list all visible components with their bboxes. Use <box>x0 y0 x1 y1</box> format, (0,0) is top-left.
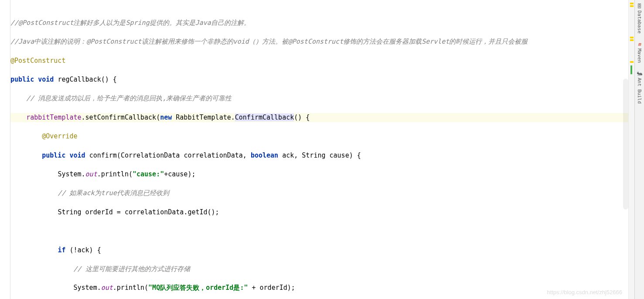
comment-line: //@PostConstruct注解好多人以为是Spring提供的。其实是Jav… <box>10 19 250 27</box>
tool-label: Database <box>637 10 642 34</box>
param: ack <box>282 151 294 159</box>
warning-marker[interactable] <box>630 39 634 41</box>
comment-line: // 这里可能要进行其他的方式进行存储 <box>74 265 190 273</box>
annotation: @PostConstruct <box>10 57 65 65</box>
method-call: setConfirmCallback <box>85 113 157 121</box>
tool-window-maven[interactable]: mMaven <box>636 40 643 65</box>
static-field: out <box>101 284 113 292</box>
marker-stripe[interactable] <box>628 0 634 299</box>
var-ref: correlationData <box>125 208 184 216</box>
param: correlationData <box>184 151 242 159</box>
warning-marker[interactable] <box>630 37 634 38</box>
keyword: public <box>10 76 34 83</box>
class-ref: System <box>74 284 97 292</box>
warning-marker[interactable] <box>630 5 634 7</box>
ant-icon: 🐜 <box>637 71 643 76</box>
method-call: println <box>101 170 129 178</box>
right-tool-stripe: 🗄Database mMaven 🐜Ant Build <box>634 0 644 299</box>
local-var: orderId <box>85 208 113 216</box>
code-editor[interactable]: //@PostConstruct注解好多人以为是Spring提供的。其实是Jav… <box>10 0 628 299</box>
tool-window-ant[interactable]: 🐜Ant Build <box>636 69 644 106</box>
warning-marker[interactable] <box>630 61 634 63</box>
changed-marker[interactable] <box>630 65 632 74</box>
keyword: if <box>58 246 65 254</box>
warning-marker[interactable] <box>630 3 634 4</box>
tool-window-database[interactable]: 🗄Database <box>636 2 643 35</box>
type-ref-highlighted: ConfirmCallback <box>235 113 294 121</box>
string-literal: "MQ队列应答失败，orderId是:" <box>148 284 248 292</box>
comment-line: // 如果ack为true代表消息已经收到 <box>58 189 169 197</box>
keyword: void <box>69 151 85 159</box>
keyword: new <box>160 113 172 121</box>
type-ref: String <box>58 208 81 216</box>
watermark-text: https://blog.csdn.net/zhj52666 <box>547 289 622 296</box>
tool-label: Ant Build <box>637 78 642 104</box>
tool-label: Maven <box>637 48 642 63</box>
class-ref: System <box>58 170 81 178</box>
static-field: out <box>85 170 97 178</box>
string-literal: "cause:" <box>133 170 164 178</box>
comment-line: // 消息发送成功以后，给予生产者的消息回执,来确保生产者的可靠性 <box>26 94 232 102</box>
annotation: @Override <box>42 132 77 140</box>
type-ref: String <box>302 151 325 159</box>
comment-line: //Java中该注解的说明：@PostConstruct该注解被用来修饰一个非静… <box>10 38 528 45</box>
param: cause <box>330 151 349 159</box>
method-call: getId <box>187 208 207 216</box>
keyword: boolean <box>251 151 278 159</box>
keyword: public <box>42 151 65 159</box>
method-call: println <box>117 284 144 292</box>
editor-gutter[interactable] <box>0 0 10 299</box>
field-ref: rabbitTemplate <box>26 113 81 121</box>
vertical-scrollbar[interactable] <box>623 79 628 210</box>
type-ref: CorrelationData <box>121 151 180 159</box>
method-name: regCallback <box>58 76 101 83</box>
database-icon: 🗄 <box>637 3 642 9</box>
method-name: confirm <box>89 151 117 159</box>
keyword: void <box>38 76 54 83</box>
type-ref: RabbitTemplate <box>176 113 231 121</box>
maven-icon: m <box>638 41 641 47</box>
